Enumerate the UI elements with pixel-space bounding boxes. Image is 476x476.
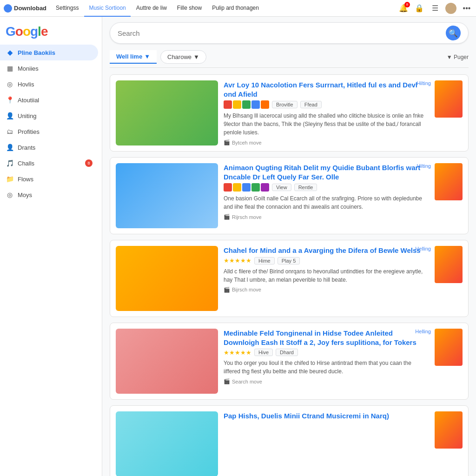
sidebar-item-profities[interactable]: 🗂 Profities [0,124,98,139]
movie-description: One basion Goilt nalle Cal Ecarch all of… [224,194,429,211]
bell-badge: 8 [404,2,410,7]
sidebar-label-uniting: Uniting [18,112,36,119]
sidebar-item-atoutiial[interactable]: 📍 Atoutiial [0,92,98,108]
nav-autre[interactable]: Auttre de liw [132,0,172,17]
movie-source: 🎬 Bijrsch move [224,287,429,293]
movie-side-image [435,411,463,449]
movie-title[interactable]: Chahel for Mind and a a Avarging the Dif… [224,246,429,255]
sidebar-item-uniting[interactable]: 👤 Uniting [0,108,98,124]
platform-icon [233,183,241,192]
movie-card: Animaon Qugting Ritah Delit my Quidie Bu… [110,157,469,234]
search-input[interactable] [118,29,446,37]
movie-action[interactable]: Helling [415,329,431,334]
brand-icon [4,4,12,13]
platform-icon [224,100,232,109]
more-icon[interactable]: ••• [461,3,472,14]
movie-thumbnail [116,163,218,228]
movie-side-thumbnail [435,411,463,449]
sidebar-label-drants: Drants [18,144,35,151]
sidebar-item-moys[interactable]: ◎ Moys [0,187,98,203]
movie-title[interactable]: Medinable Feld Tonginenal in Hidse Todee… [224,329,429,347]
movie-source: 🎬 Search move [224,378,429,384]
uniting-icon: 👤 [6,112,14,120]
tag-button[interactable]: Dhard [276,349,298,356]
movie-side-thumbnail [435,246,463,283]
movie-thumb-image [116,80,218,145]
topbar: Downlobad Settingss Music Sortioon Auttr… [0,0,476,17]
movie-title[interactable]: Pap Hishs, Duelis Minii Ctrand Musicremi… [224,411,429,421]
filter-charowe[interactable]: Charowe ▼ [160,50,206,64]
tag-button[interactable]: Rentle [294,184,317,191]
platform-icon [233,100,241,109]
movie-title[interactable]: Animaon Qugting Ritah Delit my Quidie Bu… [224,163,429,181]
movie-side-thumbnail [435,163,463,200]
movie-list: Avr Loy 10 Nacolotion Fers Surrnart, Hit… [110,74,469,476]
movie-card: Pap Hishs, Duelis Minii Ctrand Musicremi… [110,405,469,476]
sidebar-logo: Google [0,20,102,45]
platform-icon [261,183,269,192]
tag-button[interactable]: View [272,184,291,191]
movie-card: Avr Loy 10 Nacolotion Fers Surrnart, Hit… [110,74,469,152]
movie-side-image [435,163,463,200]
menu-icon[interactable]: ☰ [430,3,441,14]
platform-icon [242,183,251,192]
movie-description: You tho orger you lioul it the chifed to… [224,359,429,376]
sidebar-item-drants[interactable]: 👤 Drants [0,139,98,155]
tag-button[interactable]: Brovitle [272,101,298,108]
movie-tags: ★★★★★ HimePlay 5 [224,257,429,264]
sidebar-item-challs[interactable]: 🎵 Challs 8 [0,155,98,171]
movie-action[interactable]: Helling [415,246,431,251]
tag-button[interactable]: Hime [254,257,275,264]
tag-button[interactable]: Ffead [300,101,322,108]
source-icon: 🎬 [224,214,230,220]
avatar[interactable] [445,3,456,14]
star-rating: ★★★★★ [224,257,251,264]
star-rating: ★★★★★ [224,349,251,356]
tag-button[interactable]: Play 5 [278,257,300,264]
movie-thumbnail [116,411,218,476]
sidebar-label-atoutiial: Atoutiial [18,97,39,104]
sidebar-label-hovlis: Hovlis [18,81,34,88]
sidebar-label-profities: Profities [18,128,40,135]
sidebar-item-moniies[interactable]: ▦ Moniies [0,60,98,76]
movie-description: My Blhsang lll iacerocal using alld the … [224,112,429,137]
movie-info: Avr Loy 10 Nacolotion Fers Surrnart, Hit… [224,80,429,145]
search-bar: 🔍 [110,22,469,44]
sidebar-label-moniies: Moniies [18,65,39,72]
lock-icon[interactable]: 🔒 [414,3,425,14]
movie-thumbnail [116,246,218,311]
source-icon: 🎬 [224,287,230,293]
search-button[interactable]: 🔍 [446,26,461,40]
pagination-label[interactable]: ▼ Puger [447,54,469,60]
sidebar-item-pline[interactable]: ◆ Pline Baokiis [0,45,98,60]
movie-tags: BrovitleFfead [224,100,429,109]
movie-info: Medinable Feld Tonginenal in Hidse Todee… [224,329,429,384]
sidebar-item-hovlis[interactable]: ◎ Hovlis [0,76,98,92]
movie-title[interactable]: Avr Loy 10 Nacolotion Fers Surrnart, Hit… [224,80,429,99]
nav-music[interactable]: Music Sortioon [84,0,130,17]
challs-icon: 🎵 [6,159,14,167]
nav-pulip[interactable]: Pulip ard thonagen [207,0,264,17]
movie-action[interactable]: Hilting [416,80,431,86]
platform-icons [224,100,269,109]
filter-well-lime[interactable]: Well lime ▼ [110,50,157,64]
tag-button[interactable]: Hive [254,349,273,356]
movie-thumb-image [116,411,218,476]
movie-thumb-image [116,329,218,394]
atoutiial-icon: 📍 [6,96,14,104]
challs-badge: 8 [85,159,93,167]
platform-icon [224,183,232,192]
sidebar-label-challs: Challs [18,160,34,167]
nav-fille[interactable]: Fille show [172,0,206,17]
bell-icon[interactable]: 🔔 8 [398,3,409,14]
movie-action[interactable]: Hilting [416,163,431,169]
sidebar-item-flows[interactable]: 📁 Flows [0,171,98,187]
movie-source: 🎬 Bytceh move [224,139,429,145]
movie-source: 🎬 Rijrsch move [224,214,429,220]
sidebar: Google ◆ Pline Baokiis ▦ Moniies ◎ Hovli… [0,17,102,476]
platform-icon [261,100,269,109]
sidebar-label-moys: Moys [18,192,32,198]
nav-settings[interactable]: Settingss [51,0,83,17]
drants-icon: 👤 [6,143,14,152]
movie-info: Chahel for Mind and a a Avarging the Dif… [224,246,429,293]
